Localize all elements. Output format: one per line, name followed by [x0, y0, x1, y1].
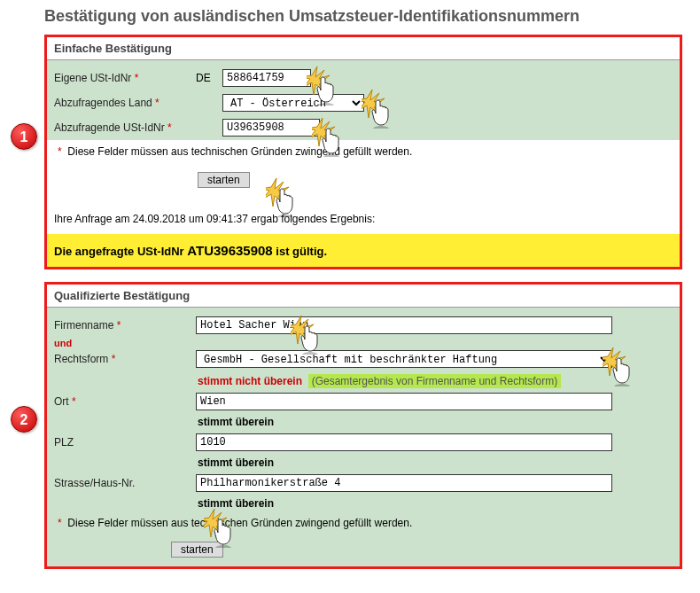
street-label: Strasse/Haus-Nr. — [54, 477, 196, 489]
simple-confirmation-header: Einfache Bestätigung — [47, 37, 680, 60]
company-name-input[interactable] — [196, 316, 612, 334]
country-select[interactable]: AT - Österreich — [222, 94, 364, 112]
own-vatid-prefix: DE — [196, 72, 222, 84]
city-label: Ort * — [54, 395, 196, 408]
match-city: stimmt überein — [47, 414, 680, 430]
foreign-vatid-label: Abzufragende USt-IdNr * — [54, 121, 196, 134]
city-input[interactable] — [196, 393, 612, 410]
start-button-1[interactable]: starten — [198, 172, 250, 188]
foreign-vatid-input[interactable] — [222, 119, 320, 137]
required-note-2: * Diese Felder müssen aus technischen Gr… — [47, 511, 680, 538]
legal-form-label: Rechtsform * — [54, 353, 196, 365]
match-street: stimmt überein — [47, 495, 680, 511]
page-title: Bestätigung von ausländischen Umsatzsteu… — [0, 0, 700, 31]
legal-form-select[interactable]: GesmbH - Gesellschaft mit beschränkter H… — [196, 350, 612, 368]
match-zip: stimmt überein — [47, 455, 680, 471]
company-name-label: Firmenname * — [54, 319, 196, 332]
qualified-confirmation-box: Qualifizierte Bestätigung Firmenname * u… — [44, 282, 682, 569]
match-firm-legal: stimmt nicht überein (Gesamtergebnis von… — [47, 373, 680, 389]
start-button-2[interactable]: starten — [171, 542, 223, 558]
own-vatid-label: Eigene USt-IdNr * — [54, 72, 196, 84]
simple-confirmation-box: Einfache Bestätigung Eigene USt-IdNr * D… — [44, 35, 682, 269]
own-vatid-input[interactable] — [222, 69, 311, 87]
qualified-confirmation-header: Qualifizierte Bestätigung — [47, 285, 680, 308]
zip-label: PLZ — [54, 436, 196, 449]
query-timestamp-line: Ihre Anfrage am 24.09.2018 um 09:41:37 e… — [47, 204, 680, 234]
result-valid-bar: Die angefragte USt-IdNr ATU39635908 ist … — [47, 234, 680, 267]
country-label: Abzufragendes Land * — [54, 97, 196, 109]
zip-input[interactable] — [196, 433, 612, 451]
step-badge-1: 1 — [11, 123, 37, 150]
and-label: und — [47, 338, 680, 348]
required-note-1: * Diese Felder müssen aus technischen Gr… — [47, 140, 680, 167]
street-input[interactable] — [196, 474, 612, 492]
step-badge-2: 2 — [11, 406, 37, 433]
